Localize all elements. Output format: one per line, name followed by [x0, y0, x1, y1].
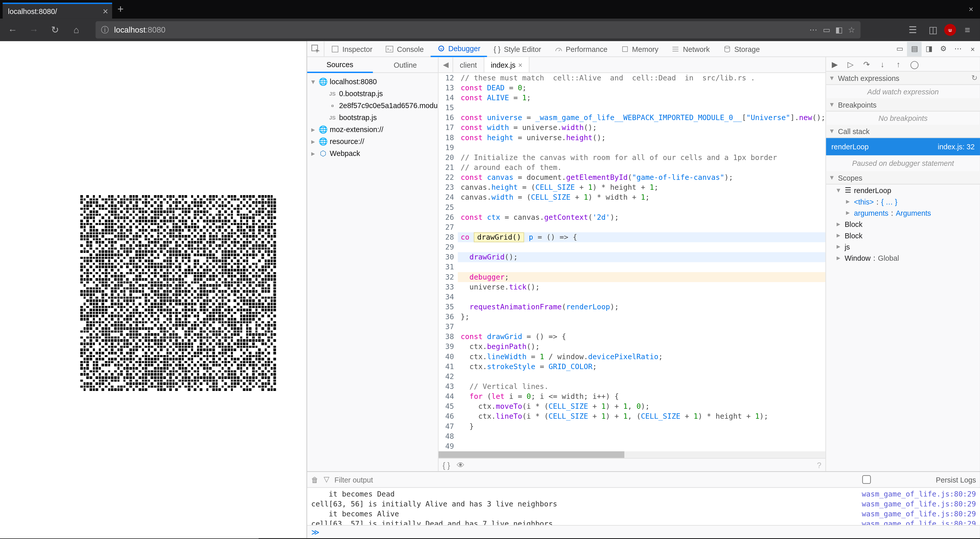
- svg-rect-2: [386, 46, 393, 52]
- element-picker-icon[interactable]: [307, 41, 325, 56]
- tree-webpack[interactable]: ▸⬡Webpack: [307, 147, 438, 159]
- home-button[interactable]: ⌂: [68, 21, 85, 38]
- refresh-watch-icon[interactable]: ↻: [971, 74, 977, 83]
- toggle-sources-icon[interactable]: ◀: [439, 57, 453, 72]
- filter-output-input[interactable]: [334, 476, 467, 483]
- back-button[interactable]: ←: [4, 21, 21, 38]
- reader-icon[interactable]: ▭: [823, 25, 830, 35]
- tree-file-0bootstrap[interactable]: JS0.bootstrap.js: [307, 88, 438, 99]
- filter-icon[interactable]: ▽: [324, 475, 329, 484]
- scopes-header[interactable]: ▾Scopes: [826, 171, 980, 184]
- sources-panel: Sources Outline ▾🌐localhost:8080 JS0.boo…: [307, 57, 439, 471]
- forward-button[interactable]: →: [25, 21, 43, 38]
- resume-icon[interactable]: ▷: [845, 58, 857, 70]
- tab-network[interactable]: Network: [665, 41, 716, 56]
- ublock-icon[interactable]: u: [944, 24, 956, 36]
- debugger-controls: ▶ ▷ ↷ ↓ ↑ ◯: [826, 57, 980, 72]
- page-action-icon[interactable]: ⋯: [810, 25, 817, 35]
- reload-button[interactable]: ↻: [46, 21, 64, 38]
- close-tab-icon[interactable]: ×: [103, 6, 108, 16]
- callstack-frame-renderloop[interactable]: renderLoopindex.js: 32: [826, 138, 980, 155]
- tree-file-hash-module[interactable]: ▫2e8f57c9c0e5a1ad6576.modu: [307, 99, 438, 112]
- split-console: 🗑 ▽ Persist Logs it becomes Deadwasm_gam…: [307, 472, 980, 538]
- scope-this[interactable]: ▸<this>: { … }: [826, 196, 980, 207]
- url-text: localhost:8080: [114, 25, 165, 35]
- responsive-mode-icon[interactable]: ▭: [892, 41, 907, 56]
- help-icon[interactable]: ?: [817, 461, 821, 470]
- clear-console-icon[interactable]: 🗑: [311, 476, 319, 483]
- console-toolbar: 🗑 ▽ Persist Logs: [307, 472, 980, 488]
- tab-strip: localhost:8080/ × + ×: [0, 0, 980, 19]
- editor-tab-client[interactable]: client: [453, 57, 484, 72]
- tree-root-localhost[interactable]: ▾🌐localhost:8080: [307, 75, 438, 88]
- pocket-icon[interactable]: ◧: [835, 25, 843, 35]
- devtools-panel: Inspector Console Debugger { }Style Edit…: [307, 41, 980, 538]
- tab-performance[interactable]: Performance: [548, 41, 614, 56]
- tree-resource[interactable]: ▸🌐resource://: [307, 136, 438, 147]
- console-source-link[interactable]: wasm_game_of_life.js:80:29: [862, 499, 976, 509]
- blackbox-icon[interactable]: 👁: [457, 461, 465, 470]
- editor-footer: { } 👁 ?: [439, 458, 826, 471]
- svg-rect-4: [622, 46, 627, 51]
- sidebar-icon[interactable]: ◫: [924, 21, 942, 38]
- devtools-close-icon[interactable]: ×: [966, 41, 980, 56]
- browser-tab[interactable]: localhost:8080/ ×: [3, 3, 112, 19]
- scope-block-1[interactable]: ▸Block: [826, 218, 980, 230]
- step-out-icon[interactable]: ↑: [892, 58, 904, 70]
- console-source-link[interactable]: wasm_game_of_life.js:80:29: [862, 519, 976, 525]
- svg-rect-1: [332, 46, 338, 52]
- tab-console[interactable]: Console: [379, 41, 431, 56]
- scope-block-2[interactable]: ▸Block: [826, 230, 980, 241]
- persist-logs-checkbox[interactable]: [800, 475, 933, 484]
- svg-point-3: [438, 46, 444, 51]
- tree-file-bootstrap[interactable]: JSbootstrap.js: [307, 112, 438, 123]
- url-bar[interactable]: ⓘ localhost:8080 ⋯ ▭ ◧ ☆: [95, 21, 861, 38]
- watch-header[interactable]: ▾Watch expressions↻: [826, 72, 980, 85]
- window-close-icon[interactable]: ×: [969, 5, 974, 14]
- tab-style-editor[interactable]: { }Style Editor: [487, 41, 548, 56]
- scope-renderloop[interactable]: ▾☰renderLoop: [826, 184, 980, 196]
- persist-logs-toggle[interactable]: Persist Logs: [800, 475, 976, 484]
- watch-add-placeholder[interactable]: Add watch expression: [826, 85, 980, 98]
- bookmark-icon[interactable]: ☆: [848, 25, 855, 35]
- pretty-print-icon[interactable]: { }: [442, 461, 450, 470]
- tab-inspector[interactable]: Inspector: [325, 41, 379, 56]
- svg-point-5: [724, 46, 730, 48]
- close-editor-tab-icon[interactable]: ×: [518, 61, 523, 69]
- step-over-icon[interactable]: ↷: [861, 58, 872, 70]
- editor-tab-indexjs[interactable]: index.js×: [484, 57, 530, 72]
- nav-toolbar: ← → ↻ ⌂ ⓘ localhost:8080 ⋯ ▭ ◧ ☆ ☰ ◫ u ≡: [0, 19, 980, 41]
- breakpoints-empty: No breakpoints: [826, 112, 980, 124]
- scope-arguments[interactable]: ▸arguments: Arguments: [826, 207, 980, 218]
- content-row: Inspector Console Debugger { }Style Edit…: [0, 41, 980, 538]
- tab-storage[interactable]: Storage: [716, 41, 767, 56]
- devtools-toolbox-tabs: Inspector Console Debugger { }Style Edit…: [307, 41, 980, 57]
- scope-window[interactable]: ▸Window: Global: [826, 252, 980, 263]
- devtools-settings-icon[interactable]: ⚙: [936, 41, 951, 56]
- toggle-right-pane-icon[interactable]: ▶: [829, 58, 841, 70]
- outline-tab[interactable]: Outline: [372, 57, 438, 72]
- devtools-options-icon[interactable]: ⋯: [951, 41, 965, 56]
- editor-h-scrollbar[interactable]: [439, 451, 826, 458]
- console-output[interactable]: it becomes Deadwasm_game_of_life.js:80:2…: [307, 488, 980, 525]
- code-editor[interactable]: 1213141516171819202122232425262728293031…: [439, 73, 826, 451]
- new-tab-button[interactable]: +: [118, 3, 124, 15]
- step-in-icon[interactable]: ↓: [877, 58, 888, 70]
- console-source-link[interactable]: wasm_game_of_life.js:80:29: [862, 489, 976, 499]
- deactivate-breakpoints-icon[interactable]: ◯: [908, 58, 920, 70]
- breakpoints-header[interactable]: ▾Breakpoints: [826, 98, 980, 112]
- tab-memory[interactable]: Memory: [614, 41, 665, 56]
- scope-js[interactable]: ▸js: [826, 241, 980, 252]
- sources-tab[interactable]: Sources: [307, 57, 372, 73]
- tab-title: localhost:8080/: [8, 7, 57, 15]
- split-console-icon[interactable]: ▤: [907, 41, 921, 56]
- site-info-icon[interactable]: ⓘ: [101, 24, 109, 35]
- library-icon[interactable]: ☰: [904, 21, 921, 38]
- menu-icon[interactable]: ≡: [959, 21, 976, 38]
- tree-moz-extension[interactable]: ▸🌐moz-extension://: [307, 123, 438, 136]
- dock-side-icon[interactable]: ◨: [921, 41, 936, 56]
- callstack-header[interactable]: ▾Call stack: [826, 125, 980, 138]
- console-input[interactable]: ≫: [307, 525, 980, 538]
- console-source-link[interactable]: wasm_game_of_life.js:80:29: [862, 509, 976, 519]
- tab-debugger[interactable]: Debugger: [430, 41, 487, 57]
